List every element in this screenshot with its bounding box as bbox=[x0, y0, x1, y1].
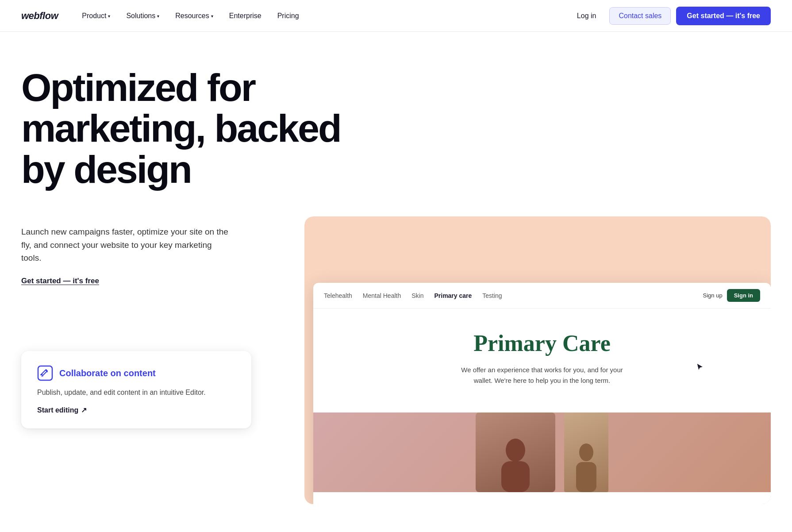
preview-content: Primary Care We offer an experience that… bbox=[313, 308, 771, 412]
chevron-down-icon: ▾ bbox=[108, 14, 110, 19]
preview-person-image-1 bbox=[476, 412, 555, 492]
hero-section: Optimized for marketing, backed by desig… bbox=[0, 32, 792, 531]
feature-card-header: Collaborate on content bbox=[37, 365, 235, 381]
edit-box-icon bbox=[37, 365, 53, 381]
svg-rect-3 bbox=[501, 461, 530, 492]
svg-rect-1 bbox=[41, 375, 44, 377]
preview-card: Telehealth Mental Health Skin Primary ca… bbox=[313, 283, 771, 504]
contact-sales-button[interactable]: Contact sales bbox=[609, 7, 671, 25]
svg-point-2 bbox=[506, 439, 525, 462]
feature-card: Collaborate on content Publish, update, … bbox=[21, 351, 251, 428]
nav-item-enterprise[interactable]: Enterprise bbox=[223, 8, 268, 23]
svg-rect-5 bbox=[576, 462, 596, 492]
preview-nav-testing[interactable]: Testing bbox=[482, 292, 502, 299]
nav-links: Product ▾ Solutions ▾ Resources ▾ Enterp… bbox=[76, 8, 569, 23]
preview-nav-telehealth[interactable]: Telehealth bbox=[324, 292, 352, 299]
nav-actions: Log in Contact sales Get started — it's … bbox=[569, 7, 771, 25]
preview-signin-button[interactable]: Sign in bbox=[727, 289, 760, 302]
preview-image-strip bbox=[313, 412, 771, 492]
preview-subtitle: We offer an experience that works for yo… bbox=[454, 365, 631, 386]
logo[interactable]: webflow bbox=[21, 10, 58, 22]
nav-item-solutions[interactable]: Solutions ▾ bbox=[120, 8, 165, 23]
hero-preview-panel: Telehealth Mental Health Skin Primary ca… bbox=[304, 216, 771, 504]
navbar: webflow Product ▾ Solutions ▾ Resources … bbox=[0, 0, 792, 32]
preview-nav-primary-care[interactable]: Primary care bbox=[434, 292, 472, 299]
preview-signup-button[interactable]: Sign up bbox=[703, 292, 723, 299]
feature-title: Collaborate on content bbox=[59, 368, 156, 378]
preview-navbar: Telehealth Mental Health Skin Primary ca… bbox=[313, 283, 771, 308]
preview-nav-skin[interactable]: Skin bbox=[411, 292, 423, 299]
nav-item-resources[interactable]: Resources ▾ bbox=[169, 8, 219, 23]
login-button[interactable]: Log in bbox=[569, 8, 604, 24]
hero-description: Launch new campaigns faster, optimize yo… bbox=[21, 225, 234, 264]
preview-nav-mental-health[interactable]: Mental Health bbox=[363, 292, 401, 299]
nav-item-pricing[interactable]: Pricing bbox=[271, 8, 305, 23]
preview-page-title: Primary Care bbox=[331, 331, 753, 356]
feature-link[interactable]: Start editing ↗ bbox=[37, 406, 87, 414]
hero-headline: Optimized for marketing, backed by desig… bbox=[21, 67, 366, 190]
hero-left: Launch new campaigns faster, optimize yo… bbox=[21, 216, 269, 428]
hero-bottom: Launch new campaigns faster, optimize yo… bbox=[21, 216, 771, 504]
arrow-icon: ↗ bbox=[81, 406, 87, 414]
feature-description: Publish, update, and edit content in an … bbox=[37, 387, 235, 398]
hero-cta-link[interactable]: Get started — it's free bbox=[21, 277, 269, 285]
svg-point-4 bbox=[579, 443, 593, 461]
preview-nav-actions: Sign up Sign in bbox=[703, 289, 760, 302]
chevron-down-icon: ▾ bbox=[211, 14, 213, 19]
get-started-nav-button[interactable]: Get started — it's free bbox=[676, 7, 771, 25]
preview-person-image-2 bbox=[564, 412, 608, 492]
chevron-down-icon: ▾ bbox=[157, 14, 159, 19]
nav-item-product[interactable]: Product ▾ bbox=[76, 8, 116, 23]
